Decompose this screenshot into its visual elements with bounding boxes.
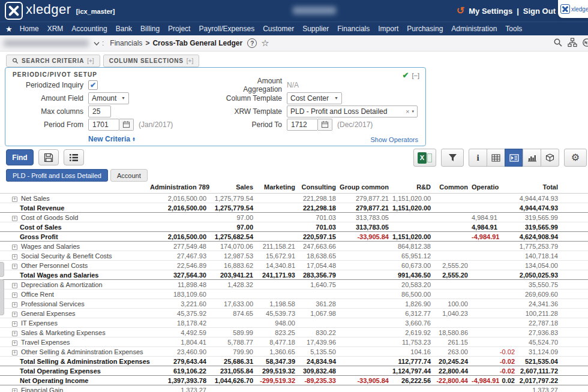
expand-row-icon[interactable]: +: [12, 331, 17, 336]
list-icon: [69, 153, 79, 162]
amount-cell: 221,298.18: [299, 194, 340, 203]
clipped-edge-icon[interactable]: [582, 38, 588, 49]
amount-cell: 1,151,020.00: [392, 203, 434, 213]
column-header-administration-789: Administration 789: [150, 182, 210, 194]
sign-out-link[interactable]: Sign Out: [523, 7, 556, 16]
show-operators-link[interactable]: Show Operators: [371, 136, 418, 143]
my-settings-link[interactable]: My Settings: [469, 7, 512, 16]
cube-view-button[interactable]: [541, 149, 559, 167]
nav-item-import[interactable]: Import: [378, 25, 398, 33]
column-template-select[interactable]: Cost Center▼: [287, 92, 342, 104]
amount-cell: [434, 385, 472, 392]
amount-cell: [472, 203, 499, 213]
period-from-input[interactable]: 1701: [88, 119, 119, 131]
pivot-view-button-active[interactable]: [505, 149, 523, 167]
grid-view-button[interactable]: [487, 149, 505, 167]
row-label: Total Revenue: [0, 203, 150, 213]
expand-row-icon[interactable]: +: [12, 216, 17, 221]
nav-item-tools[interactable]: Tools: [505, 25, 522, 33]
nav-item-home[interactable]: Home: [20, 25, 39, 33]
amount-cell: [499, 242, 518, 251]
expand-row-icon[interactable]: +: [12, 197, 17, 202]
new-criteria-link[interactable]: New Criteria ▲▼: [88, 135, 136, 143]
export-excel-button[interactable]: X: [413, 149, 436, 167]
amount-cell: 823.25: [257, 328, 299, 337]
funnel-icon: [448, 153, 457, 162]
expand-row-icon[interactable]: +: [12, 283, 17, 288]
amount-cell: 277,549.48: [150, 242, 210, 251]
periodized-inquiry-checkbox[interactable]: ✔: [88, 80, 98, 90]
period-to-input[interactable]: 1712: [287, 119, 318, 131]
expand-row-icon[interactable]: +: [12, 340, 17, 346]
filter-button[interactable]: [441, 149, 464, 167]
nav-item-customer[interactable]: Customer: [263, 25, 294, 33]
nav-item-bank[interactable]: Bank: [116, 25, 132, 33]
amount-cell: 2,607,111.72: [518, 366, 562, 376]
column-selections-tab[interactable]: COLUMN SELECTIONS [+]: [103, 55, 200, 67]
amount-cell: 1,067.98: [299, 309, 340, 318]
expand-row-icon[interactable]: +: [12, 312, 17, 317]
amount-cell: 279,877.21: [340, 194, 392, 203]
nav-item-administration[interactable]: Administration: [451, 25, 497, 33]
chevron-down-icon[interactable]: [94, 40, 100, 48]
amount-cell: [472, 328, 499, 337]
clear-icon[interactable]: ×: [406, 108, 409, 115]
expand-row-icon[interactable]: +: [12, 264, 17, 269]
favorite-page-star-icon[interactable]: ☆: [261, 38, 269, 49]
amount-field-select[interactable]: Amount▼: [88, 92, 129, 104]
expand-row-icon[interactable]: +: [12, 302, 17, 307]
row-label: +Professional Services: [0, 299, 150, 309]
collapse-panel-button[interactable]: [−]: [412, 72, 419, 79]
breadcrumb-section[interactable]: Financials: [110, 39, 142, 47]
settings-button[interactable]: ⚙: [564, 149, 587, 167]
expand-row-icon[interactable]: +: [12, 321, 17, 327]
search-criteria-tab[interactable]: SEARCH CRITERIA [+]: [6, 55, 100, 67]
expand-row-icon[interactable]: +: [12, 350, 17, 355]
row-label: Total Selling & Admininstration Expenses: [0, 357, 150, 366]
expand-row-icon[interactable]: +: [12, 254, 17, 260]
row-label: +Social Security & Benefit Costs: [0, 251, 150, 261]
xrw-template-combo[interactable]: PLD - Profit and Loss Detailed × ▾: [287, 105, 418, 117]
tab-account[interactable]: Account: [110, 169, 148, 182]
xledger-logo[interactable]: xledger [icx_master]: [5, 2, 115, 20]
left-panel-toggle[interactable]: [0, 262, 4, 277]
amount-cell: 1,124,797.44: [392, 366, 434, 376]
nav-item-project[interactable]: Project: [168, 25, 190, 33]
table-row: Cost of Sales97.00701.03313,783.054,984.…: [0, 222, 588, 232]
amount-cell: [499, 318, 518, 328]
row-label: +Net Sales: [0, 194, 150, 203]
tab-pld-profit-and-loss[interactable]: PLD - Profit and Loss Detailed: [6, 169, 108, 182]
chart-view-button[interactable]: [523, 149, 541, 167]
nav-item-billing[interactable]: Billing: [140, 25, 160, 33]
favorites-star-icon[interactable]: ★: [5, 25, 13, 34]
nav-item-financials[interactable]: Financials: [337, 25, 370, 33]
nav-item-supplier[interactable]: Supplier: [302, 25, 329, 33]
chevron-down-icon[interactable]: ▾: [412, 109, 414, 114]
left-scrollbar-thumb[interactable]: [0, 279, 4, 315]
history-icon[interactable]: ↺: [457, 6, 464, 16]
amount-cell: 319,565.99: [518, 213, 562, 222]
help-icon[interactable]: ?: [247, 38, 257, 48]
sitemap-icon[interactable]: [568, 38, 577, 49]
find-button[interactable]: Find: [6, 149, 34, 165]
list-options-button[interactable]: [64, 149, 84, 165]
nav-item-accounting[interactable]: Accounting: [71, 25, 107, 33]
nav-item-payroll-expenses[interactable]: Payroll/Expenses: [199, 25, 254, 33]
save-button[interactable]: [38, 149, 59, 165]
amount-cell: 27,467.93: [150, 251, 210, 261]
info-view-button[interactable]: i: [469, 149, 487, 167]
expand-row-icon[interactable]: +: [12, 245, 17, 250]
calendar-icon[interactable]: [318, 119, 332, 131]
calendar-icon[interactable]: [119, 119, 134, 131]
excel-icon: X: [418, 152, 432, 164]
expand-row-icon[interactable]: +: [12, 293, 17, 298]
max-columns-input[interactable]: 25: [88, 105, 111, 117]
search-icon[interactable]: [553, 38, 563, 49]
expand-row-icon[interactable]: +: [12, 388, 17, 392]
column-header-r-d: R&D: [392, 182, 434, 194]
nav-item-purchasing[interactable]: Purchasing: [407, 25, 443, 33]
amount-cell: 241,171.93: [257, 270, 299, 280]
nav-item-xrm[interactable]: XRM: [47, 25, 64, 33]
amount-cell: 830.22: [299, 328, 340, 337]
xledger-corner-card[interactable]: xledge: [558, 0, 588, 18]
